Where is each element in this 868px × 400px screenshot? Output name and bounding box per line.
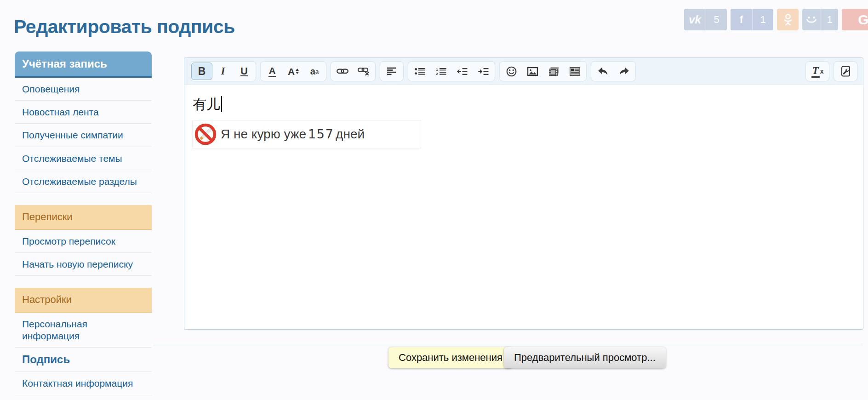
remove-formatting-button[interactable]: Tx (807, 63, 828, 80)
toolbar-group-align (380, 61, 404, 81)
redo-icon (619, 67, 629, 75)
quote-button[interactable] (564, 63, 585, 80)
facebook-share-button[interactable]: f 1 (731, 9, 773, 30)
ordered-list-icon: 12 (436, 68, 446, 75)
signature-image[interactable]: Я не курю уже157дней (193, 120, 421, 148)
save-changes-button[interactable]: Сохранить изменения (388, 347, 513, 368)
quote-icon (570, 67, 580, 76)
toolbar-group-bbcode (834, 61, 857, 81)
mailru-smiley-icon (802, 9, 821, 30)
facebook-share-count: 1 (752, 9, 773, 30)
sidebar-section-account: Учётная запись Оповещения Новостная лент… (15, 51, 152, 193)
font-size-button[interactable]: A (283, 63, 304, 80)
vk-share-button[interactable]: vk 5 (684, 9, 727, 30)
undo-icon (598, 67, 608, 75)
link-button[interactable] (332, 63, 353, 80)
signature-editor-content[interactable]: 有儿 Я не курю уже157дней (184, 85, 863, 158)
sidebar-header-account[interactable]: Учётная запись (15, 51, 152, 78)
toolbar-group-remove-format: Tx (805, 61, 829, 81)
unlink-button[interactable] (353, 63, 374, 80)
font-family-button[interactable]: aa (304, 63, 325, 80)
text-color-button[interactable]: A (262, 63, 283, 80)
facebook-icon: f (731, 9, 752, 30)
remove-formatting-icon: T (811, 65, 820, 78)
sidebar-item-start-conversation[interactable]: Начать новую переписку (15, 253, 152, 276)
odnoklassniki-person-icon (777, 9, 799, 30)
smilies-icon (506, 66, 517, 77)
no-smoking-icon (194, 123, 217, 145)
sidebar-item-personal-details[interactable]: Персональная информация (15, 313, 152, 347)
vk-icon: vk (684, 9, 706, 30)
outdent-button[interactable] (451, 63, 473, 80)
sidebar-item-alerts[interactable]: Оповещения (15, 78, 152, 101)
underline-glyph: U (240, 65, 248, 77)
font-family-icon: a (310, 67, 315, 76)
text-caret (221, 96, 222, 112)
link-icon (337, 68, 348, 75)
indent-icon (478, 68, 489, 75)
mailru-share-button[interactable]: 1 (802, 9, 838, 30)
share-buttons: vk 5 f 1 1 G (684, 9, 868, 30)
italic-glyph: I (221, 65, 225, 77)
unordered-list-button[interactable] (409, 63, 430, 80)
sidebar-section-conversations: Переписки Просмотр переписок Начать нову… (15, 205, 152, 276)
page-title: Редактировать подпись (14, 16, 235, 38)
editor-toolbar: B I U A A aa (184, 58, 863, 85)
toolbar-group-insert (499, 61, 587, 81)
signature-text-line: 有儿 (193, 95, 855, 114)
bbcode-editor-toggle-icon (840, 66, 851, 77)
google-icon: G (842, 9, 868, 30)
odnoklassniki-share-button[interactable] (777, 9, 799, 30)
signature-editor: B I U A A aa (184, 57, 863, 330)
toolbar-group-link (331, 61, 376, 81)
toolbar-group-history (591, 61, 636, 81)
bold-glyph: B (198, 65, 206, 78)
signature-image-text: Я не курю уже157дней (221, 127, 365, 142)
outdent-icon (457, 68, 468, 75)
sidebar-item-watched-forums[interactable]: Отслеживаемые разделы (15, 170, 152, 193)
sidebar-header-settings[interactable]: Настройки (15, 288, 152, 313)
toolbar-group-list: 12 (408, 61, 495, 81)
up-down-arrows-icon (296, 69, 299, 74)
mailru-share-count: 1 (821, 9, 838, 30)
font-family-icon-sub: a (315, 69, 319, 74)
sidebar-header-conversations[interactable]: Переписки (15, 205, 152, 230)
days-counter: 157 (308, 127, 334, 141)
sidebar-item-watched-threads[interactable]: Отслеживаемые темы (15, 147, 152, 170)
signature-text: 有儿 (193, 97, 220, 112)
preview-button[interactable]: Предварительный просмотр... (504, 347, 666, 368)
text-align-icon (387, 67, 396, 75)
bold-button[interactable]: B (191, 63, 212, 80)
svg-text:1: 1 (436, 68, 438, 72)
unlink-icon (358, 67, 370, 75)
sidebar-item-contact-details[interactable]: Контактная информация (15, 372, 152, 395)
sidebar-item-news-feed[interactable]: Новостная лента (15, 101, 152, 124)
text-align-button[interactable] (381, 63, 402, 80)
smilies-button[interactable] (501, 63, 522, 80)
svg-text:2: 2 (436, 72, 438, 75)
edit-signature-page: Редактировать подпись vk 5 f 1 1 G Учётн (0, 0, 868, 400)
toolbar-group-basic: B I U (190, 61, 256, 81)
sidebar-section-settings: Настройки Персональная информация Подпис… (15, 288, 152, 400)
undo-button[interactable] (592, 63, 613, 80)
insert-image-button[interactable] (522, 63, 543, 80)
bbcode-editor-toggle-button[interactable] (835, 63, 856, 80)
indent-button[interactable] (473, 63, 494, 80)
sidebar: Учётная запись Оповещения Новостная лент… (15, 51, 152, 400)
text-color-icon: A (268, 66, 275, 77)
ordered-list-button[interactable]: 12 (430, 63, 451, 80)
sidebar-item-privacy[interactable]: Конфиденциальность (15, 395, 152, 400)
insert-image-icon (527, 67, 538, 76)
sidebar-item-likes-received[interactable]: Полученные симпатии (15, 124, 152, 147)
underline-button[interactable]: U (234, 63, 255, 80)
toolbar-group-font: A A aa (260, 61, 326, 81)
unordered-list-icon (415, 68, 425, 75)
sidebar-item-view-conversations[interactable]: Просмотр переписок (15, 230, 152, 253)
italic-button[interactable]: I (212, 63, 234, 80)
sidebar-item-signature[interactable]: Подпись (15, 348, 152, 372)
font-size-icon: A (288, 67, 295, 76)
insert-media-button[interactable] (543, 63, 564, 80)
redo-button[interactable] (613, 63, 634, 80)
google-share-button[interactable]: G (842, 9, 868, 30)
form-divider (153, 345, 863, 345)
